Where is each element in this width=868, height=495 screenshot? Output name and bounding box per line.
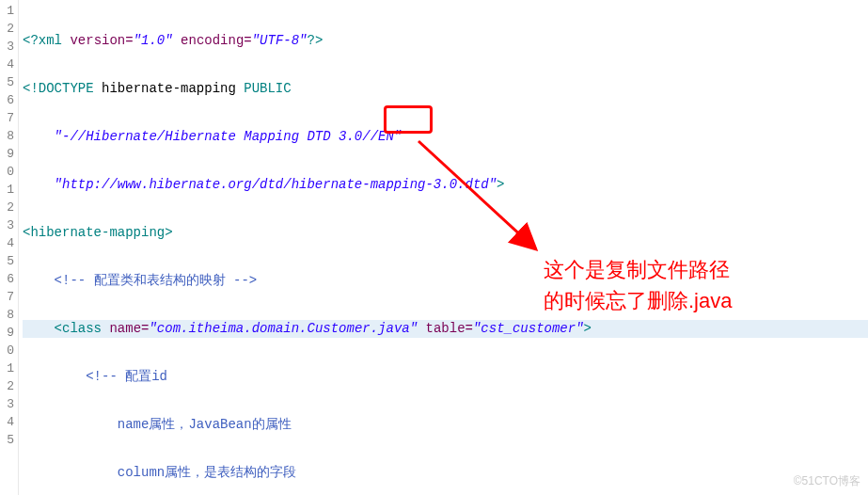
code-line[interactable]: column属性，是表结构的字段 [23, 464, 868, 482]
line-number: 5 [0, 431, 18, 449]
line-number: 3 [0, 395, 18, 413]
annotation-text: 这个是复制文件路径 的时候忘了删除.java [544, 254, 732, 316]
code-line[interactable]: <hibernate-mapping> [23, 224, 868, 242]
line-number: 7 [0, 109, 18, 127]
line-number: 0 [0, 163, 18, 181]
code-area[interactable]: <?xml version="1.0" encoding="UTF-8"?> <… [19, 0, 868, 495]
code-line[interactable]: <!-- 配置类和表结构的映射 --> [23, 272, 868, 290]
code-line[interactable]: <?xml version="1.0" encoding="UTF-8"?> [23, 32, 868, 50]
line-number: 9 [0, 324, 18, 342]
line-number: 0 [0, 342, 18, 359]
line-number: 9 [0, 145, 18, 163]
code-line[interactable]: "http://www.hibernate.org/dtd/hibernate-… [23, 176, 868, 194]
code-line-highlighted[interactable]: <class name="com.itheima.domain.Customer… [23, 320, 868, 338]
line-number: 5 [0, 252, 18, 270]
code-line[interactable]: <!-- 配置id [23, 368, 868, 386]
line-number: 8 [0, 306, 18, 324]
line-number: 5 [0, 73, 18, 91]
line-number: 2 [0, 377, 18, 395]
line-number: 1 [0, 181, 18, 199]
code-line[interactable]: name属性，JavaBean的属性 [23, 416, 868, 434]
code-line[interactable]: "-//Hibernate/Hibernate Mapping DTD 3.0/… [23, 128, 868, 146]
line-number: 1 [0, 359, 18, 377]
line-number: 2 [0, 199, 18, 216]
line-number: 6 [0, 91, 18, 109]
line-number: 6 [0, 270, 18, 288]
line-number: 4 [0, 413, 18, 431]
watermark: ©51CTO博客 [794, 473, 860, 489]
line-number-gutter: 1 2 3 4 5 6 7 8 9 0 1 2 3 4 5 6 7 8 9 0 … [0, 0, 19, 495]
code-editor[interactable]: 1 2 3 4 5 6 7 8 9 0 1 2 3 4 5 6 7 8 9 0 … [0, 0, 868, 495]
line-number: 2 [0, 20, 18, 38]
line-number: 4 [0, 234, 18, 252]
code-line[interactable]: <!DOCTYPE hibernate-mapping PUBLIC [23, 80, 868, 98]
line-number: 3 [0, 38, 18, 56]
line-number: 8 [0, 127, 18, 145]
line-number: 1 [0, 2, 18, 20]
line-number: 4 [0, 56, 18, 73]
line-number: 3 [0, 216, 18, 234]
line-number: 7 [0, 288, 18, 306]
